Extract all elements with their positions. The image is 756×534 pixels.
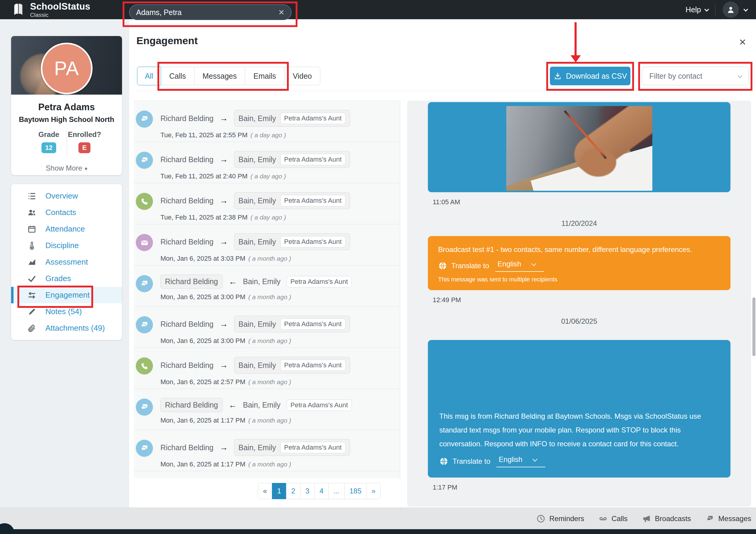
- enrolled-stat: Enrolled? E: [67, 130, 102, 156]
- language-select[interactable]: English: [497, 455, 545, 467]
- chevron-down-icon: [743, 7, 748, 12]
- engagement-row[interactable]: Richard Belding←Bain, EmilyPetra Adams's…: [134, 389, 400, 430]
- user-menu[interactable]: [723, 2, 747, 18]
- language-select[interactable]: English: [495, 260, 544, 272]
- footer-item-label: Broadcasts: [655, 515, 691, 523]
- clock-icon: [536, 514, 545, 523]
- sender-name: Richard Belding: [160, 320, 214, 329]
- footer-item-messages[interactable]: Messages: [706, 514, 751, 523]
- engagement-row-parties: Richard Belding→Bain, EmilyPetra Adams's…: [160, 110, 400, 127]
- arrow-right-icon: →: [220, 237, 228, 246]
- message-thread: 11:05 AM11/20/2024Broadcast test #1 - tw…: [407, 101, 751, 507]
- footer-item-broadcasts[interactable]: Broadcasts: [642, 514, 691, 523]
- engagement-row-parties: Richard Belding→Bain, EmilyPetra Adams's…: [160, 192, 400, 209]
- arrow-right-icon: →: [220, 319, 228, 329]
- message-time: 1:17 PM: [433, 484, 730, 491]
- engagement-row-parties: Richard Belding←Bain, EmilyPetra Adams's…: [160, 398, 400, 412]
- page-prev[interactable]: «: [258, 483, 272, 499]
- pagination: «1234...185»: [258, 483, 381, 499]
- help-menu[interactable]: Help: [686, 5, 708, 14]
- sidebar-item-discipline[interactable]: Discipline: [11, 237, 122, 254]
- tab-all[interactable]: All: [137, 67, 161, 85]
- footer-item-reminders[interactable]: Reminders: [536, 514, 584, 523]
- person-icon: [726, 5, 736, 15]
- recipient-chip: Bain, EmilyPetra Adams's Aunt: [234, 439, 350, 456]
- timestamp: Mon, Jan 6, 2025 at 1:17 PM: [160, 460, 246, 468]
- student-profile-card: PA Petra Adams Baytown High School North…: [11, 36, 122, 175]
- text-message-bubble: This msg is from Richard Belding at Bayt…: [428, 340, 730, 477]
- sidebar-item-engagement[interactable]: Engagement: [11, 287, 122, 303]
- recipient-chip: Richard Belding: [160, 398, 223, 412]
- engagement-row[interactable]: Richard Belding→Bain, EmilyPetra Adams's…: [134, 306, 400, 347]
- engagement-row-timestamp: Tue, Feb 11, 2025 at 2:55 PM( a day ago …: [160, 131, 400, 139]
- topbar-divider: [715, 4, 716, 15]
- page-3[interactable]: 3: [300, 483, 314, 499]
- arrow-left-icon: ←: [229, 400, 237, 410]
- engagement-row[interactable]: Richard Belding→Bain, EmilyPetra Adams's…: [134, 142, 400, 183]
- sidebar-item-contacts[interactable]: Contacts: [11, 204, 122, 221]
- message-bubble-image: [428, 102, 730, 192]
- sender-name: Richard Belding: [160, 114, 214, 123]
- bottom-strip: [0, 529, 756, 534]
- page-next[interactable]: »: [366, 483, 381, 499]
- sender-name: Bain, Emily: [243, 277, 281, 286]
- student-avatar: PA: [41, 43, 93, 94]
- page-2[interactable]: 2: [286, 483, 301, 499]
- sidebar-item-notes-54[interactable]: Notes (54): [11, 303, 122, 320]
- timestamp: Mon, Jan 6, 2025 at 3:00 PM: [160, 337, 246, 344]
- recipient-name: Richard Belding: [165, 401, 218, 409]
- enrolled-badge: E: [78, 142, 91, 153]
- download-csv-label: Download as CSV: [566, 72, 627, 81]
- arrow-right-icon: →: [220, 155, 228, 164]
- relationship-tag: Petra Adams's Aunt: [280, 318, 345, 330]
- page-4[interactable]: 4: [314, 483, 329, 499]
- tab-messages[interactable]: Messages: [194, 67, 245, 85]
- arrow-right-icon: →: [220, 196, 228, 205]
- sidebar-item-attendance[interactable]: Attendance: [11, 221, 122, 237]
- engagement-row[interactable]: Richard Belding→Bain, EmilyPetra Adams's…: [134, 101, 400, 142]
- footer-item-calls[interactable]: Calls: [599, 514, 627, 523]
- engagement-row[interactable]: Richard Belding←Bain, EmilyPetra Adams's…: [134, 265, 400, 306]
- sidebar-item-grades[interactable]: Grades: [11, 270, 122, 287]
- scrollbar-thumb[interactable]: [752, 297, 755, 356]
- filter-by-contact-select[interactable]: Filter by contact: [642, 67, 749, 85]
- filter-placeholder: Filter by contact: [649, 72, 702, 81]
- tab-video[interactable]: Video: [284, 67, 320, 85]
- relationship-tag: Petra Adams's Aunt: [280, 442, 345, 453]
- sidebar-item-overview[interactable]: Overview: [11, 188, 122, 204]
- recipient-chip: Richard Belding: [160, 274, 223, 289]
- date-divider: 11/20/2024: [428, 219, 730, 228]
- tab-emails[interactable]: Emails: [245, 67, 284, 85]
- attachment-image[interactable]: [506, 106, 652, 191]
- page-1[interactable]: 1: [272, 483, 286, 499]
- sidebar-item-assessment[interactable]: Assessment: [11, 254, 122, 270]
- show-more-button[interactable]: Show More▾: [11, 164, 122, 172]
- recipient-chip: Bain, EmilyPetra Adams's Aunt: [234, 357, 350, 374]
- schoolstatus-logo-icon: [12, 2, 25, 17]
- page-185[interactable]: 185: [344, 483, 366, 499]
- relationship-tag: Petra Adams's Aunt: [280, 360, 345, 371]
- clear-search-icon[interactable]: ✕: [278, 8, 284, 17]
- engagement-row[interactable]: Richard Belding←Bain, EmilyPetra Adams's…: [134, 471, 400, 478]
- relative-time: ( a month ago ): [249, 337, 291, 344]
- engagement-row[interactable]: Richard Belding→Bain, EmilyPetra Adams's…: [134, 224, 400, 265]
- relative-time: ( a month ago ): [249, 461, 291, 468]
- search-input[interactable]: [136, 8, 278, 17]
- grade-badge: 12: [41, 142, 56, 153]
- engagement-row[interactable]: Richard Belding→Bain, EmilyPetra Adams's…: [134, 347, 400, 389]
- tab-calls[interactable]: Calls: [161, 67, 194, 85]
- recipient-chip: Bain, EmilyPetra Adams's Aunt: [234, 316, 350, 332]
- close-icon[interactable]: ✕: [739, 38, 746, 47]
- main-panel: Engagement ✕ AllCallsMessagesEmailsVideo…: [129, 19, 756, 508]
- download-csv-button[interactable]: Download as CSV: [550, 67, 631, 85]
- engagement-row[interactable]: Richard Belding→Bain, EmilyPetra Adams's…: [134, 183, 400, 224]
- engagement-row[interactable]: Richard Belding→Bain, EmilyPetra Adams's…: [134, 430, 400, 471]
- top-bar: SchoolStatus Classic Help: [0, 0, 756, 19]
- engagement-tabs: AllCallsMessagesEmailsVideo: [137, 67, 320, 85]
- globe-icon: [439, 457, 448, 466]
- arrow-right-icon: →: [220, 114, 228, 123]
- page-ellipsis[interactable]: ...: [328, 483, 345, 499]
- engagement-row-timestamp: Mon, Jan 6, 2025 at 1:17 PM( a month ago…: [160, 417, 400, 424]
- sidebar-item-attachments-49[interactable]: Attachments (49): [11, 320, 122, 336]
- sidebar-item-label: Notes (54): [45, 307, 82, 316]
